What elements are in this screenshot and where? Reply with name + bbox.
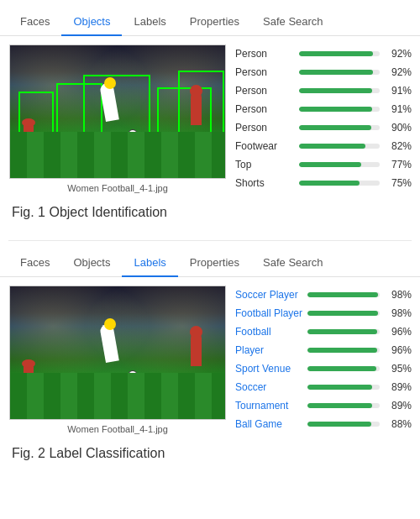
prop-row: Top77% <box>235 157 412 172</box>
prop-pct: 89% <box>385 381 412 393</box>
bar-container <box>307 329 380 334</box>
prop-pct: 98% <box>385 307 412 319</box>
prop-pct: 89% <box>385 400 412 412</box>
prop-label[interactable]: Sport Venue <box>235 363 302 375</box>
prop-row: Ball Game88% <box>235 417 412 432</box>
prop-pct: 92% <box>385 66 412 78</box>
prop-label: Person <box>235 85 294 97</box>
prop-row: Soccer Player98% <box>235 287 412 302</box>
bar-fill <box>307 422 371 427</box>
prop-pct: 77% <box>385 159 412 170</box>
fig-label-2: Fig. 2 Label Classification <box>0 434 420 469</box>
prop-pct: 91% <box>385 103 412 115</box>
bar-fill <box>307 329 377 334</box>
bar-container <box>307 422 380 427</box>
prop-pct: 98% <box>385 289 412 301</box>
bar-fill <box>299 162 361 167</box>
prop-row: Footwear82% <box>235 139 412 154</box>
bar-container <box>299 70 380 75</box>
prop-row: Shorts75% <box>235 176 412 191</box>
props-panel-2: Soccer Player98%Football Player98%Footba… <box>235 286 412 434</box>
bar-fill <box>299 144 365 149</box>
player-head-1 <box>22 118 35 127</box>
prop-row: Person91% <box>235 102 412 117</box>
image-2 <box>9 286 226 420</box>
prop-label: Shorts <box>235 177 294 189</box>
image-1 <box>9 45 226 179</box>
image-label-1: Women Football_4-1.jpg <box>67 183 168 193</box>
prop-label: Top <box>235 159 294 170</box>
prop-pct: 91% <box>385 85 412 97</box>
prop-pct: 95% <box>385 363 412 375</box>
bar-fill <box>299 70 373 75</box>
tab-faces-2[interactable]: Faces <box>8 249 61 277</box>
prop-label[interactable]: Soccer Player <box>235 289 302 301</box>
prop-label[interactable]: Tournament <box>235 400 302 412</box>
prop-label[interactable]: Ball Game <box>235 418 302 430</box>
tab-labels-1[interactable]: Labels <box>122 8 177 36</box>
prop-row: Football96% <box>235 324 412 339</box>
prop-label[interactable]: Player <box>235 344 302 356</box>
bar-fill <box>307 366 376 371</box>
p2-grass <box>10 373 225 419</box>
image-panel-2: Women Football_4-1.jpg <box>8 286 227 434</box>
player-head-2 <box>104 77 116 89</box>
bar-container <box>307 403 380 408</box>
prop-label[interactable]: Soccer <box>235 381 302 393</box>
bar-fill <box>307 385 372 390</box>
bar-container <box>299 181 380 186</box>
content-row-2: Women Football_4-1.jpg Soccer Player98%F… <box>0 277 420 434</box>
bar-container <box>307 311 380 316</box>
bar-container <box>307 348 380 353</box>
prop-label: Person <box>235 103 294 115</box>
prop-pct: 96% <box>385 344 412 356</box>
prop-row: Tournament89% <box>235 398 412 413</box>
tab-faces-1[interactable]: Faces <box>8 8 61 36</box>
bar-container <box>299 107 380 112</box>
bar-fill <box>307 348 377 353</box>
prop-row: Person91% <box>235 83 412 98</box>
bar-container <box>307 366 380 371</box>
prop-pct: 90% <box>385 122 412 134</box>
bar-fill <box>299 51 373 56</box>
soccer-scene-2 <box>10 286 225 419</box>
bar-container <box>307 385 380 390</box>
bar-container <box>299 162 380 167</box>
prop-pct: 92% <box>385 48 412 60</box>
bar-fill <box>299 181 360 186</box>
fig-label-1: Fig. 1 Object Identification <box>0 193 420 228</box>
tab-objects-2[interactable]: Objects <box>61 249 122 277</box>
tab-safesearch-1[interactable]: Safe Search <box>251 8 335 36</box>
tab-bar-1: Faces Objects Labels Properties Safe Sea… <box>0 8 420 36</box>
prop-label: Person <box>235 122 294 134</box>
section-1: Faces Objects Labels Properties Safe Sea… <box>0 0 420 240</box>
bar-fill <box>307 311 378 316</box>
prop-row: Person92% <box>235 46 412 61</box>
tab-safesearch-2[interactable]: Safe Search <box>251 249 335 277</box>
image-panel-1: Women Football_4-1.jpg <box>8 45 227 193</box>
prop-row: Sport Venue95% <box>235 361 412 376</box>
image-label-2: Women Football_4-1.jpg <box>67 424 168 434</box>
prop-row: Person92% <box>235 65 412 80</box>
bar-container <box>307 292 380 297</box>
player-head-4 <box>190 85 202 97</box>
content-row-1: Women Football_4-1.jpg Person92%Person92… <box>0 36 420 193</box>
bar-container <box>299 125 380 130</box>
prop-row: Person90% <box>235 120 412 135</box>
tab-properties-2[interactable]: Properties <box>178 249 251 277</box>
tab-properties-1[interactable]: Properties <box>178 8 251 36</box>
prop-pct: 88% <box>385 418 412 430</box>
tab-labels-2[interactable]: Labels <box>122 249 177 277</box>
p2-head-1 <box>22 359 35 368</box>
tab-objects-1[interactable]: Objects <box>61 8 122 36</box>
prop-label: Person <box>235 48 294 60</box>
bar-fill <box>307 292 378 297</box>
prop-label[interactable]: Football <box>235 326 302 338</box>
soccer-scene-1 <box>10 45 225 178</box>
prop-pct: 96% <box>385 326 412 338</box>
prop-pct: 75% <box>385 177 412 189</box>
bar-fill <box>299 107 372 112</box>
p2-head-4 <box>190 326 202 338</box>
prop-label[interactable]: Football Player <box>235 307 302 319</box>
bar-fill <box>299 125 371 130</box>
